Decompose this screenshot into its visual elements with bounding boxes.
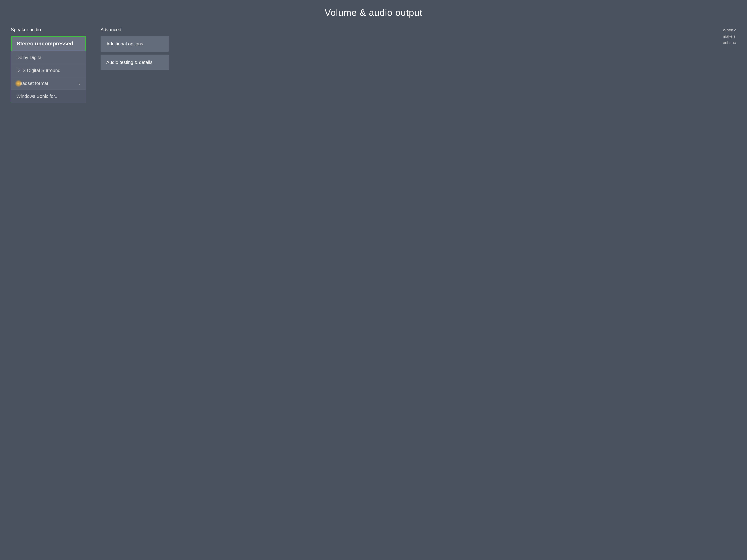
dropdown-item-dolby[interactable]: Dolby Digital <box>11 51 86 64</box>
selected-option[interactable]: Stereo uncompressed <box>11 36 86 51</box>
side-note-line3: enhanc <box>723 39 736 46</box>
left-panel: Speaker audio Stereo uncompressed Dolby … <box>11 27 86 103</box>
audio-testing-button[interactable]: Audio testing & details <box>101 55 169 70</box>
additional-options-button[interactable]: Additional options <box>101 36 169 52</box>
side-note: When c make s enhanc <box>723 27 736 46</box>
speaker-audio-label: Speaker audio <box>11 27 86 32</box>
side-note-line2: make s <box>723 33 736 39</box>
headset-label: Headset format <box>16 81 48 86</box>
chevron-down-icon: ∨ <box>78 81 81 85</box>
page-title: Volume & audio output <box>11 7 736 18</box>
dropdown-item-headset[interactable]: Headset format ∨ <box>11 77 86 90</box>
advanced-label: Advanced <box>101 27 169 32</box>
dropdown-item-dts[interactable]: DTS Digital Surround <box>11 64 86 77</box>
audio-format-dropdown[interactable]: Stereo uncompressed Dolby Digital DTS Di… <box>11 36 86 103</box>
right-panel: Advanced Additional options Audio testin… <box>101 27 169 73</box>
dropdown-item-windows-sonic[interactable]: Windows Sonic for... <box>11 90 86 103</box>
dropdown-list: Dolby Digital DTS Digital Surround Heads… <box>11 51 86 90</box>
side-note-line1: When c <box>723 27 736 33</box>
